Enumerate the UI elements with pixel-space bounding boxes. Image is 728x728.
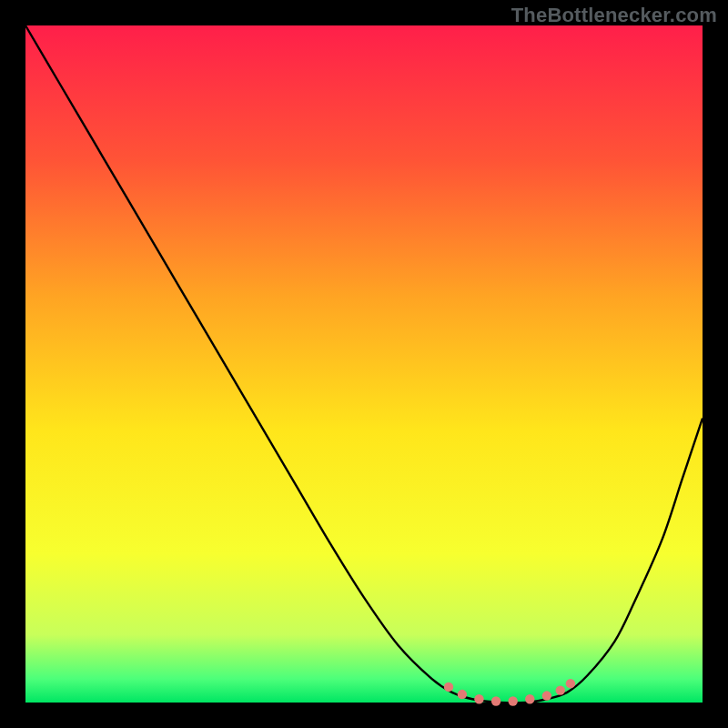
valley-marker-dot (542, 691, 551, 700)
valley-marker-dot (444, 682, 453, 692)
valley-marker-dot (474, 694, 483, 703)
plot-background (25, 25, 703, 703)
chart-stage: TheBottlenecker.com (0, 0, 728, 728)
valley-marker-dot (566, 679, 575, 688)
valley-marker-dot (458, 690, 467, 699)
valley-marker-dot (491, 696, 500, 705)
valley-marker-dot (525, 694, 534, 703)
bottleneck-plot (0, 0, 728, 728)
valley-marker-dot (508, 696, 517, 705)
valley-marker-dot (556, 685, 565, 694)
watermark-text: TheBottlenecker.com (511, 4, 717, 27)
